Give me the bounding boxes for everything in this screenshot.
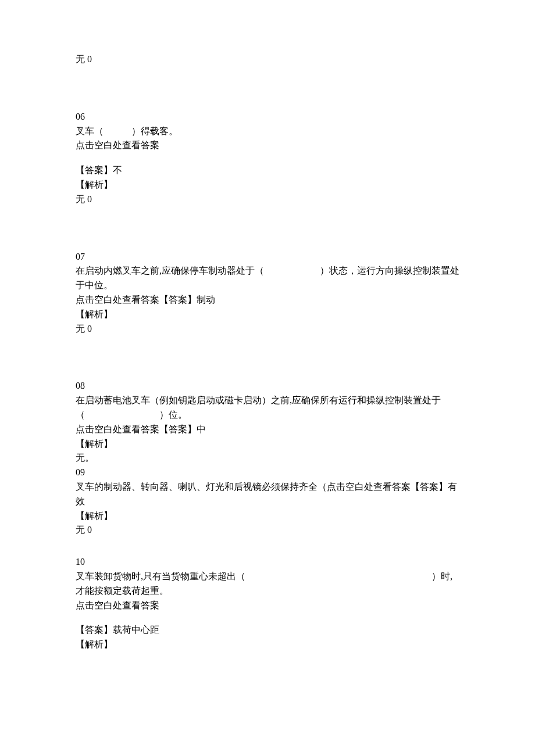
spacer (76, 153, 459, 163)
spacer (76, 612, 459, 623)
explain-label-08: 【解析】 (76, 437, 459, 452)
answer-10: 【答案】载荷中心距 (76, 623, 459, 637)
explain-none-08: 无。 (76, 451, 459, 465)
question-number-10: 10 (76, 555, 459, 569)
answer-06: 【答案】不 (76, 163, 459, 178)
question-number-06: 06 (76, 110, 459, 124)
question-text-answer-09[interactable]: 叉车的制动器、转向器、喇叭、灯光和后视镜必须保持齐全（点击空白处查看答案【答案】… (76, 480, 459, 509)
explain-label-09: 【解析】 (76, 509, 459, 524)
question-06: 06 叉车（ ）得载客。 点击空白处查看答案 【答案】不 【解析】 无 0 (76, 110, 459, 207)
hint-06[interactable]: 点击空白处查看答案 (76, 138, 459, 153)
question-text-10: 叉车装卸货物时,只有当货物重心未超出（ ）时,才能按额定载荷起重。 (76, 569, 459, 599)
explain-none-06: 无 0 (76, 192, 459, 207)
question-text-08: 在启动蓄电池叉车（例如钥匙启动或磁卡启动）之前,应确保所有运行和操纵控制装置处于… (76, 393, 459, 422)
question-number-08: 08 (76, 379, 459, 393)
hint-answer-07[interactable]: 点击空白处查看答案【答案】制动 (76, 293, 459, 307)
question-text-06: 叉车（ ）得载客。 (76, 124, 459, 139)
question-number-07: 07 (76, 250, 459, 264)
question-text-07: 在启动内燃叉车之前,应确保停车制动器处于（ ）状态，运行方向操纵控制装置处于中位… (76, 264, 459, 293)
explain-none-05: 无 0 (76, 52, 459, 67)
explain-label-07: 【解析】 (76, 307, 459, 322)
hint-answer-08[interactable]: 点击空白处查看答案【答案】中 (76, 422, 459, 437)
explain-none-09: 无 0 (76, 523, 459, 538)
question-08: 08 在启动蓄电池叉车（例如钥匙启动或磁卡启动）之前,应确保所有运行和操纵控制装… (76, 379, 459, 538)
hint-10[interactable]: 点击空白处查看答案 (76, 599, 459, 613)
question-05-tail: 无 0 (76, 52, 459, 67)
question-number-09: 09 (76, 465, 459, 480)
explain-label-06: 【解析】 (76, 178, 459, 192)
question-07: 07 在启动内燃叉车之前,应确保停车制动器处于（ ）状态，运行方向操纵控制装置处… (76, 250, 459, 336)
explain-label-10: 【解析】 (76, 637, 459, 652)
question-10: 10 叉车装卸货物时,只有当货物重心未超出（ ）时,才能按额定载荷起重。 点击空… (76, 555, 459, 652)
explain-none-07: 无 0 (76, 322, 459, 336)
